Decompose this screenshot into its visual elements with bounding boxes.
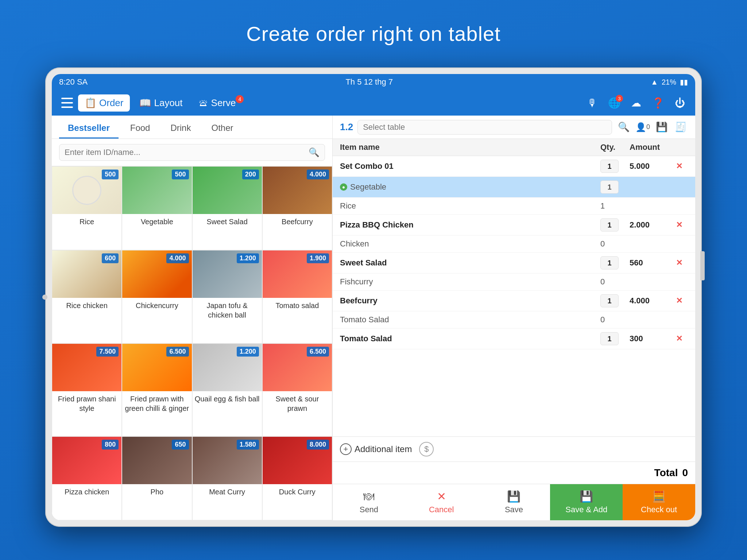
delete-beefcurry-order[interactable]: ✕ xyxy=(673,295,685,307)
additional-item-label: Additional item xyxy=(355,444,412,454)
tablet-side-button[interactable] xyxy=(700,251,705,280)
delete-pizzabbq[interactable]: ✕ xyxy=(673,219,685,231)
food-label-sweetsalad: Sweet Salad xyxy=(193,214,262,229)
power-icon-button[interactable]: ⏻ xyxy=(672,95,688,111)
save-label: Save xyxy=(505,505,523,514)
food-image-pizzachicken: 800 xyxy=(52,437,121,484)
item-qty-pizzabbq[interactable]: 1 xyxy=(600,218,619,232)
food-image-duckcurry: 8.000 xyxy=(263,437,332,484)
tablet-camera xyxy=(42,295,47,300)
food-item-tomatosalad[interactable]: 1.900 Tomato salad xyxy=(262,250,332,343)
food-item-ricechicken[interactable]: 600 Rice chicken xyxy=(52,250,122,343)
delete-sweetsalad-order[interactable]: ✕ xyxy=(673,257,685,269)
food-label-chickencurry: Chickencurry xyxy=(122,298,191,313)
person-icon[interactable]: 👤0 xyxy=(635,120,650,135)
table-select-input[interactable] xyxy=(357,120,612,135)
cancel-button[interactable]: ✕ Cancel xyxy=(405,484,478,520)
globe-icon-button[interactable]: 🌐 3 xyxy=(606,95,622,111)
checkout-button[interactable]: 🧮 Check out xyxy=(623,484,695,520)
order-header-icons: 🔍 👤0 💾 🧾 xyxy=(616,120,688,135)
category-tab-drink[interactable]: Drink xyxy=(162,118,200,139)
food-label-sweetsour: Sweet & sour prawn xyxy=(263,391,332,416)
food-item-sweetsour[interactable]: 6.500 Sweet & sour prawn xyxy=(262,343,332,437)
nav-tab-serve[interactable]: 🛎 Serve 4 xyxy=(192,94,243,112)
additional-item-button[interactable]: + Additional item xyxy=(340,443,412,455)
food-image-quailegg: 1.200 xyxy=(193,344,262,391)
item-amount-setcombo01: 5.000 xyxy=(630,162,673,171)
vegetarian-dot: ● xyxy=(340,183,347,191)
food-item-pizzachicken[interactable]: 800 Pizza chicken xyxy=(52,436,122,520)
save-icon[interactable]: 💾 xyxy=(654,120,669,135)
food-label-beefcurry: Beefcurry xyxy=(263,214,332,229)
save-add-icon: 💾 xyxy=(580,490,593,503)
food-item-pho[interactable]: 650 Pho xyxy=(122,436,192,520)
item-qty-beefcurry-order[interactable]: 1 xyxy=(600,294,619,307)
order-item-setcombo01[interactable]: Set Combo 01 1 5.000 ✕ xyxy=(333,156,695,177)
action-bar: 🍽 Send ✕ Cancel 💾 Save 💾 xyxy=(333,484,695,520)
coin-icon-button[interactable]: $ xyxy=(419,442,434,456)
order-item-tomatosalad-main[interactable]: Tomato Salad 1 300 ✕ xyxy=(333,328,695,349)
save-icon: 💾 xyxy=(507,490,520,503)
food-item-duckcurry[interactable]: 8.000 Duck Curry xyxy=(262,436,332,520)
item-qty-segetable[interactable]: 1 xyxy=(600,180,619,194)
food-item-meatcurry[interactable]: 1.580 Meat Curry xyxy=(192,436,262,520)
item-name-tomatosalad-sub: Tomato Salad xyxy=(340,315,600,324)
cloud-icon-button[interactable]: ☁ xyxy=(628,95,644,111)
cancel-icon: ✕ xyxy=(437,490,446,503)
food-item-chickencurry[interactable]: 4.000 Chickencurry xyxy=(122,250,192,343)
food-item-quailegg[interactable]: 1.200 Quail egg & fish ball xyxy=(192,343,262,437)
delete-setcombo01[interactable]: ✕ xyxy=(673,160,685,172)
search-input[interactable] xyxy=(65,148,309,157)
order-item-beefcurry-order[interactable]: Beefcurry 1 4.000 ✕ xyxy=(333,291,695,311)
cancel-label: Cancel xyxy=(429,505,454,514)
nav-tab-layout[interactable]: 📖 Layout xyxy=(133,94,189,112)
food-image-japantofu: 1.200 xyxy=(193,250,262,298)
save-add-label: Save & Add xyxy=(565,505,607,514)
food-item-vegetable[interactable]: 500 Vegetable xyxy=(122,166,192,250)
help-icon-button[interactable]: ❓ xyxy=(650,95,666,111)
food-label-ricechicken: Rice chicken xyxy=(52,298,121,313)
food-price-pizzachicken: 800 xyxy=(102,440,119,450)
food-price-meatcurry: 1.580 xyxy=(237,440,259,450)
item-qty-setcombo01[interactable]: 1 xyxy=(600,160,619,173)
food-item-friedprawn2[interactable]: 6.500 Fried prawn with green chilli & gi… xyxy=(122,343,192,437)
hamburger-menu-button[interactable] xyxy=(59,95,75,111)
food-grid: 500 Rice 500 Vegetable xyxy=(52,166,332,520)
food-label-friedprawn1: Fried prawn shani style xyxy=(52,391,121,416)
food-item-sweetsalad[interactable]: 200 Sweet Salad xyxy=(192,166,262,250)
food-item-japantofu[interactable]: 1.200 Japan tofu & chicken ball xyxy=(192,250,262,343)
nav-tab-order[interactable]: 📋 Order xyxy=(78,94,130,112)
send-button[interactable]: 🍽 Send xyxy=(333,484,405,520)
receipt-icon[interactable]: 🧾 xyxy=(673,120,688,135)
category-tab-other[interactable]: Other xyxy=(202,118,242,139)
order-item-sweetsalad-order[interactable]: Sweet Salad 1 560 ✕ xyxy=(333,253,695,273)
mic-icon-button[interactable]: 🎙 xyxy=(584,95,600,111)
svg-rect-1 xyxy=(61,102,73,104)
item-name-sweetsalad-order: Sweet Salad xyxy=(340,258,600,268)
order-item-fishcurry-sub: Fishcurry 0 xyxy=(333,273,695,291)
food-item-friedprawn1[interactable]: 7.500 Fried prawn shani style xyxy=(52,343,122,437)
battery-icon: ▮▮ xyxy=(680,78,688,86)
save-button[interactable]: 💾 Save xyxy=(478,484,550,520)
delete-tomatosalad-main[interactable]: ✕ xyxy=(673,333,685,345)
category-tab-food[interactable]: Food xyxy=(121,118,159,139)
food-image-chickencurry: 4.000 xyxy=(122,250,191,298)
total-row: Total 0 xyxy=(333,462,695,484)
category-tab-bestseller[interactable]: Bestseller xyxy=(59,118,119,139)
order-item-segetable[interactable]: ● Segetable 1 xyxy=(333,177,695,198)
food-label-tomatosalad: Tomato salad xyxy=(263,298,332,313)
food-price-sweetsour: 6.500 xyxy=(307,347,329,357)
food-label-pizzachicken: Pizza chicken xyxy=(52,484,121,499)
item-qty-tomatosalad-main[interactable]: 1 xyxy=(600,332,619,345)
nav-bar: 📋 Order 📖 Layout 🛎 Serve 4 🎙 🌐 3 xyxy=(52,90,695,116)
food-price-beefcurry: 4.000 xyxy=(307,170,329,179)
item-qty-sweetsalad-order[interactable]: 1 xyxy=(600,256,619,269)
save-add-button[interactable]: 💾 Save & Add xyxy=(550,484,623,520)
order-item-pizzabbq[interactable]: Pizza BBQ Chicken 1 2.000 ✕ xyxy=(333,215,695,236)
food-label-japantofu: Japan tofu & chicken ball xyxy=(193,298,262,323)
order-items-list: Set Combo 01 1 5.000 ✕ ● Segetable xyxy=(333,156,695,436)
search-order-icon[interactable]: 🔍 xyxy=(616,120,631,135)
battery-pct: 21% xyxy=(662,78,676,86)
food-item-beefcurry[interactable]: 4.000 Beefcurry xyxy=(262,166,332,250)
food-item-rice[interactable]: 500 Rice xyxy=(52,166,122,250)
